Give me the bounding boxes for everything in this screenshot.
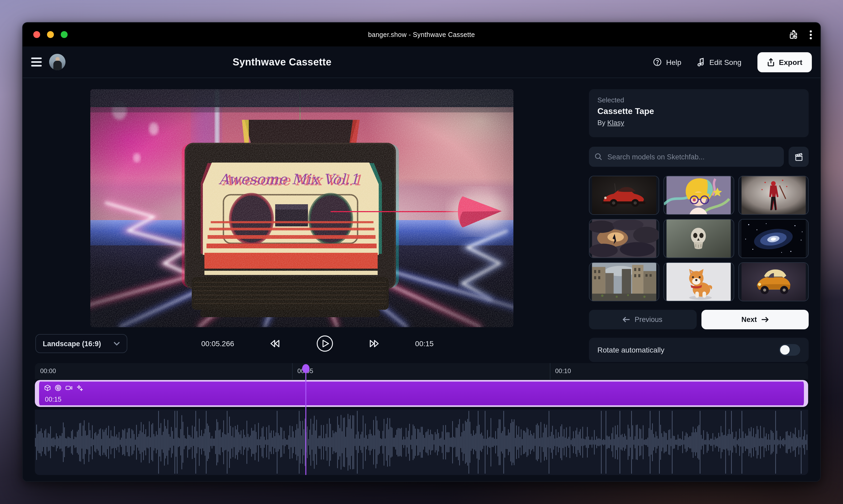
model-thumbnail-orange-vintage-car[interactable]	[738, 262, 809, 301]
user-avatar[interactable]	[49, 54, 66, 70]
model-grid	[589, 176, 809, 301]
browser-menu-kebab-icon[interactable]	[810, 30, 812, 39]
previous-button[interactable]: Previous	[589, 310, 696, 329]
aspect-ratio-dropdown[interactable]: Landscape (16:9)	[35, 334, 127, 353]
arrow-left-icon	[623, 317, 631, 322]
edit-song-button[interactable]: Edit Song	[697, 57, 741, 67]
timeline: 00:00 00:05 00:10	[35, 363, 808, 475]
selected-model-card: Selected Cassette Tape By Klasy	[589, 89, 809, 137]
author-link[interactable]: Klasy	[607, 119, 624, 127]
scene-clip[interactable]: 00:15	[35, 380, 808, 407]
next-button[interactable]: Next	[701, 310, 809, 329]
play-button[interactable]	[315, 334, 334, 353]
toggle-knob	[780, 345, 790, 355]
window-title: banger.show - Synthwave Cassette	[368, 31, 475, 38]
timeline-ruler[interactable]: 00:00 00:05 00:10	[35, 363, 808, 379]
current-time: 00:05.266	[201, 339, 234, 348]
export-button[interactable]: Export	[757, 52, 812, 72]
cube-icon	[45, 385, 51, 391]
clip-duration-label: 00:15	[45, 396, 62, 403]
chevron-down-icon	[114, 341, 120, 346]
model-thumbnail-galaxy[interactable]	[738, 219, 809, 258]
model-thumbnail-red-heroine[interactable]	[738, 176, 809, 215]
arrow-right-icon	[761, 317, 769, 322]
search-input[interactable]	[606, 152, 778, 161]
ruler-tick-0000: 00:00	[40, 367, 56, 375]
timeline-track: 00:15	[35, 379, 808, 408]
minimize-window-button[interactable]	[47, 31, 54, 38]
rotate-toggle[interactable]	[779, 344, 800, 356]
app-window: banger.show - Synthwave Cassette Synthwa…	[22, 22, 821, 482]
desktop: banger.show - Synthwave Cassette Synthwa…	[0, 0, 843, 504]
model-thumbnail-abandoned-city[interactable]	[589, 262, 659, 301]
sparkles-icon	[76, 385, 83, 391]
titlebar: banger.show - Synthwave Cassette	[23, 23, 820, 47]
clapperboard-icon	[794, 152, 803, 161]
export-share-icon	[767, 58, 775, 66]
app-header: Synthwave Cassette Help Edit Song	[23, 47, 820, 78]
fast-forward-button[interactable]	[368, 339, 381, 348]
video-camera-icon	[66, 385, 72, 391]
search-icon	[595, 153, 602, 160]
model-thumbnail-anime-girl[interactable]	[664, 176, 734, 215]
menu-hamburger-icon[interactable]	[31, 57, 42, 67]
audio-waveform[interactable]	[35, 410, 808, 475]
model-thumbnail-skull[interactable]	[664, 219, 734, 258]
ruler-tick-0010: 00:10	[555, 367, 571, 375]
media-library-button[interactable]	[789, 147, 809, 167]
zoom-window-button[interactable]	[61, 31, 68, 38]
model-search-box[interactable]	[589, 147, 784, 167]
rotate-setting-card: Rotate automatically	[589, 338, 809, 362]
model-thumbnail-storm-airship[interactable]	[589, 219, 659, 258]
model-attribution: By Klasy	[597, 119, 800, 127]
help-button[interactable]: Help	[653, 57, 682, 67]
traffic-lights	[23, 31, 68, 38]
project-title: Synthwave Cassette	[233, 56, 332, 68]
spiral-icon	[55, 385, 61, 391]
rewind-button[interactable]	[268, 339, 281, 348]
sidebar: Selected Cassette Tape By Klasy	[589, 89, 809, 362]
model-thumbnail-shiba-dog[interactable]	[664, 262, 734, 301]
selected-label: Selected	[597, 96, 800, 104]
app-body: Awesome Mix Vol.1 Awesome Mix Vol.1	[23, 78, 820, 482]
model-thumbnail-red-sports-car[interactable]	[589, 176, 659, 215]
total-duration: 00:15	[415, 339, 434, 348]
rotate-label: Rotate automatically	[597, 346, 665, 354]
extensions-puzzle-icon[interactable]	[789, 30, 798, 39]
help-question-icon	[653, 57, 662, 67]
video-preview-viewport[interactable]: Awesome Mix Vol.1 Awesome Mix Vol.1	[90, 89, 513, 327]
selected-model-name: Cassette Tape	[597, 107, 800, 116]
music-note-icon	[697, 57, 705, 67]
close-window-button[interactable]	[33, 31, 40, 38]
